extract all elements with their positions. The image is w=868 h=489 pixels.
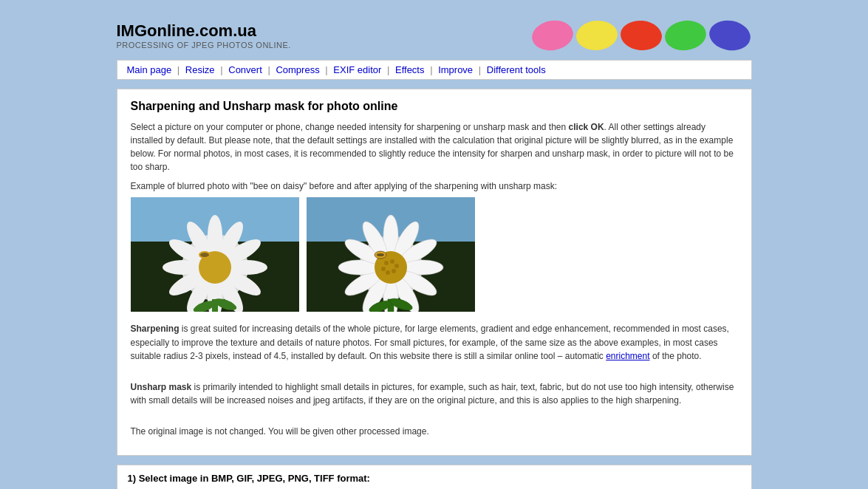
nav-sep-7: | [479, 64, 481, 75]
step1-section: 1) Select image in BMP, GIF, JPEG, PNG, … [117, 465, 752, 489]
nav-exif[interactable]: EXIF editor [333, 64, 381, 75]
main-content: Sharpening and Unsharp mask for photo on… [117, 89, 752, 456]
desc-sharpening: Sharpening is great suited for increasin… [131, 322, 738, 363]
nav-sep-1: | [177, 64, 180, 75]
nav-sep-6: | [430, 64, 432, 75]
site-subtitle: Processing of JPEG photos online. [117, 41, 291, 49]
nav-convert[interactable]: Convert [228, 64, 262, 75]
svg-point-47 [381, 267, 386, 271]
svg-point-4 [706, 17, 751, 53]
nav-sep-3: | [267, 64, 270, 75]
svg-point-3 [663, 18, 708, 52]
svg-point-43 [390, 259, 394, 264]
enrichment-link[interactable]: enrichment [606, 351, 649, 361]
site-title: IMGonline.com.ua [117, 21, 291, 41]
nav-sep-5: | [387, 64, 389, 75]
desc-original: The original image is not changed. You w… [131, 425, 738, 439]
nav-bar: Main page | Resize | Convert | Compress … [117, 60, 752, 80]
nav-resize[interactable]: Resize [185, 64, 215, 75]
page-heading: Sharpening and Unsharp mask for photo on… [131, 100, 738, 113]
nav-improve[interactable]: Improve [438, 64, 473, 75]
nav-compress[interactable]: Compress [276, 64, 319, 75]
svg-point-45 [392, 269, 396, 273]
example-label: Example of blurred photo with "bee on da… [131, 181, 738, 191]
photos-row [131, 197, 738, 312]
svg-point-2 [619, 19, 663, 52]
step1-label: 1) Select image in BMP, GIF, JPEG, PNG, … [128, 473, 370, 484]
svg-point-22 [200, 253, 209, 257]
photo-before [131, 197, 299, 312]
svg-point-0 [530, 17, 575, 53]
site-branding: IMGonline.com.ua Processing of JPEG phot… [117, 21, 291, 49]
nav-main-page[interactable]: Main page [127, 64, 172, 75]
nav-different-tools[interactable]: Different tools [487, 64, 546, 75]
nav-effects[interactable]: Effects [395, 64, 425, 75]
intro-text: Select a picture on your computer or pho… [131, 120, 738, 174]
svg-point-49 [377, 253, 384, 256]
nav-sep-4: | [325, 64, 327, 75]
photo-after [307, 197, 475, 312]
svg-point-1 [575, 19, 618, 52]
logo-svg [530, 15, 752, 55]
svg-point-44 [394, 264, 399, 268]
step1-title: 1) Select image in BMP, GIF, JPEG, PNG, … [128, 473, 741, 484]
logo-blobs [530, 15, 752, 55]
nav-sep-2: | [220, 64, 222, 75]
header: IMGonline.com.ua Processing of JPEG phot… [117, 7, 752, 60]
svg-point-46 [386, 270, 390, 275]
desc-unsharp: Unsharp mask is primarily intended to hi… [131, 380, 738, 408]
svg-point-42 [384, 261, 389, 265]
